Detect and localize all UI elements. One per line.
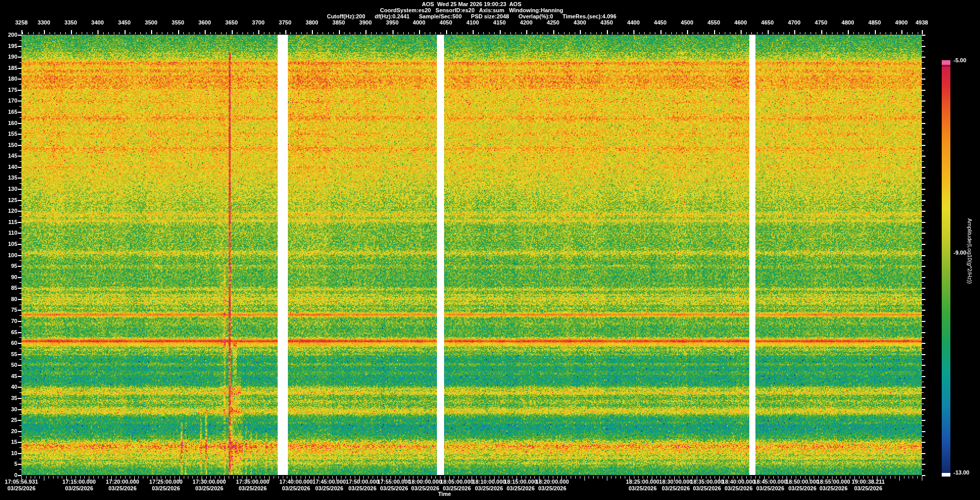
frequency-tick-label: 130 xyxy=(0,186,17,192)
record-tick-label: 4150 xyxy=(485,19,514,26)
record-tick-label: 4600 xyxy=(726,19,755,26)
frequency-tick-label: 10 xyxy=(0,450,17,456)
record-tick-label: 3850 xyxy=(325,19,353,26)
colorbar-tick-label: -5.00 xyxy=(953,57,966,63)
frequency-tick-label: 190 xyxy=(0,54,17,60)
frequency-tick-label: 40 xyxy=(0,384,17,390)
frequency-tick-label: 160 xyxy=(0,120,17,126)
amplitude-axis-label: Amplitude(Log10(g^2/Hz)) xyxy=(967,218,973,284)
record-tick-label: 3450 xyxy=(110,19,139,26)
frequency-tick-label: 145 xyxy=(0,153,17,159)
record-tick-label: 3550 xyxy=(164,19,192,26)
frequency-tick-label: 165 xyxy=(0,109,17,115)
frequency-tick-label: 30 xyxy=(0,406,17,412)
header-title: AOS Wed 25 Mar 2026 19:00:23 AOS xyxy=(21,1,922,7)
frequency-tick-label: 50 xyxy=(0,362,17,368)
record-tick-label: 3700 xyxy=(244,19,273,26)
frequency-tick-label: 195 xyxy=(0,43,17,49)
record-tick-label: 4650 xyxy=(753,19,782,26)
time-tick-label: 19:00:38.21103/25/2026 xyxy=(843,479,894,492)
header-settings-row2: Cutoff(Hz):200 df(Hz):0.2441 Sample/Sec:… xyxy=(21,13,922,19)
record-tick-label: 3350 xyxy=(57,19,85,26)
frequency-tick-label: 115 xyxy=(0,219,17,225)
colorbar-tick-label: -9.00 xyxy=(953,249,966,256)
frequency-tick-label: 60 xyxy=(0,340,17,346)
record-tick-label: 3650 xyxy=(217,19,246,26)
record-tick-label: 3950 xyxy=(378,19,407,26)
time-tick-label: 18:20:00.00003/25/2026 xyxy=(527,479,578,492)
frequency-tick-label: 35 xyxy=(0,395,17,401)
frequency-tick-label: 85 xyxy=(0,285,17,291)
colorbar-tick-label: -13.00 xyxy=(953,469,969,476)
frequency-tick-label: 135 xyxy=(0,174,17,181)
record-tick-label: 4050 xyxy=(432,19,460,26)
record-tick-label: 4850 xyxy=(861,19,889,26)
record-tick-label: 4250 xyxy=(539,19,568,26)
aos-spectrogram-screen: AOS Wed 25 Mar 2026 19:00:23 AOS CoordSy… xyxy=(0,0,980,500)
record-tick-label: 4500 xyxy=(673,19,701,26)
frequency-tick-label: 65 xyxy=(0,329,17,335)
frequency-tick-label: 15 xyxy=(0,439,17,445)
record-tick-label: 4450 xyxy=(646,19,675,26)
frequency-tick-label: 0 xyxy=(0,472,17,478)
frequency-tick-label: 95 xyxy=(0,263,17,269)
time-axis-title: Time xyxy=(422,491,468,497)
record-tick-label: 4700 xyxy=(780,19,808,26)
record-tick-label: 4400 xyxy=(619,19,648,26)
record-tick-label: 3500 xyxy=(137,19,165,26)
spectrogram-canvas[interactable] xyxy=(0,0,980,500)
frequency-tick-label: 155 xyxy=(0,131,17,137)
record-tick-label: 4300 xyxy=(566,19,594,26)
record-tick-label: 4750 xyxy=(807,19,836,26)
frequency-tick-label: 5 xyxy=(0,461,17,467)
record-tick-label: 3400 xyxy=(83,19,112,26)
record-tick-label: 4350 xyxy=(593,19,621,26)
frequency-tick-label: 150 xyxy=(0,142,17,148)
frequency-tick-label: 175 xyxy=(0,87,17,93)
frequency-tick-label: 100 xyxy=(0,252,17,258)
record-tick-label: 3300 xyxy=(30,19,58,26)
record-tick-label: 3750 xyxy=(271,19,300,26)
record-tick-label: 4000 xyxy=(405,19,433,26)
record-tick-label: 4938 xyxy=(908,19,936,26)
frequency-tick-label: 185 xyxy=(0,65,17,71)
frequency-tick-label: 70 xyxy=(0,318,17,324)
frequency-tick-label: 120 xyxy=(0,208,17,214)
header-settings-row1: CoordSystem:es20 SensorID:es20 Axis:sum … xyxy=(21,7,922,13)
frequency-tick-label: 110 xyxy=(0,230,17,236)
frequency-tick-label: 75 xyxy=(0,307,17,313)
record-tick-label: 4200 xyxy=(512,19,541,26)
record-tick-label: 3900 xyxy=(351,19,380,26)
frequency-tick-label: 180 xyxy=(0,76,17,82)
record-tick-label: 4550 xyxy=(700,19,728,26)
record-tick-label: 3800 xyxy=(298,19,326,26)
frequency-tick-label: 170 xyxy=(0,97,17,104)
frequency-tick-label: 80 xyxy=(0,296,17,302)
frequency-tick-label: 45 xyxy=(0,373,17,379)
frequency-tick-label: 90 xyxy=(0,274,17,280)
frequency-tick-label: 140 xyxy=(0,164,17,170)
frequency-tick-label: 105 xyxy=(0,241,17,247)
frequency-tick-label: 55 xyxy=(0,351,17,357)
record-tick-label: 4800 xyxy=(834,19,862,26)
frequency-tick-label: 25 xyxy=(0,417,17,423)
record-tick-label: 4100 xyxy=(458,19,487,26)
frequency-tick-label: 125 xyxy=(0,197,17,203)
record-tick-label: 3600 xyxy=(190,19,219,26)
frequency-tick-label: 20 xyxy=(0,428,17,434)
frequency-tick-label: 200 xyxy=(0,32,17,38)
time-tick-label: 17:05:56.93103/25/2026 xyxy=(0,479,47,492)
